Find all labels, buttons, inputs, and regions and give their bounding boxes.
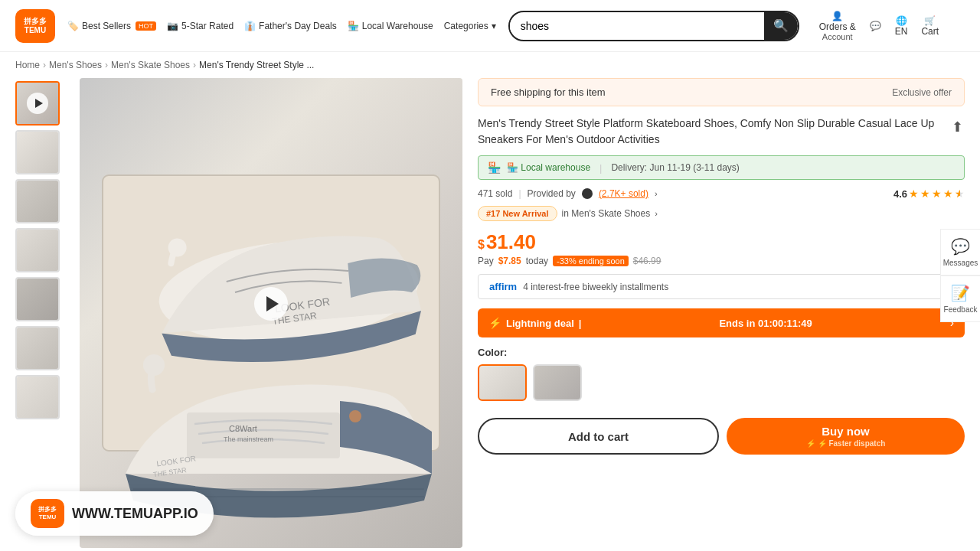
free-shipping-text: Free shipping for this item: [491, 86, 606, 98]
free-shipping-banner: Free shipping for this item Exclusive of…: [478, 78, 965, 106]
messages-button[interactable]: 💬 Messages: [940, 229, 980, 276]
lightning-deal-banner[interactable]: ⚡ Lightning deal | Ends in 01:00:11:49 ›: [478, 308, 965, 337]
local-warehouse-label: 🏪 Local warehouse: [507, 162, 590, 173]
search-bar: 🔍: [508, 11, 799, 41]
messages-icon: 💬: [951, 237, 970, 256]
video-play-button[interactable]: [254, 287, 288, 321]
feedback-icon: 📝: [951, 284, 970, 302]
thumb-play-icon: [27, 93, 48, 114]
breadcrumb-skate-shoes[interactable]: Men's Skate Shoes: [111, 60, 190, 70]
search-input[interactable]: [510, 20, 764, 32]
thumbnail-6[interactable]: [15, 326, 60, 370]
nav-fathers-day[interactable]: 👔 Father's Day Deals: [244, 21, 337, 31]
nav-five-star[interactable]: 📷 5-Star Rated: [167, 21, 234, 31]
warehouse-icon: 🏪: [488, 161, 501, 174]
messages-label: Messages: [943, 259, 978, 267]
nav-bar: 🏷️ Best Sellers HOT 📷 5-Star Rated 👔 Fat…: [67, 21, 496, 31]
star-rating: 4.6 ★ ★ ★ ★ ★★: [893, 187, 965, 200]
search-icon: 🔍: [773, 18, 789, 33]
stats-row: 471 sold | Provided by (2.7K+ sold) › 4.…: [478, 187, 965, 200]
nav-categories[interactable]: Categories ▾: [444, 21, 496, 31]
nav-best-sellers[interactable]: 🏷️ Best Sellers HOT: [67, 21, 156, 31]
lightning-deal-label: ⚡ Lightning deal |: [488, 317, 581, 329]
star-4: ★: [943, 187, 953, 200]
main-price: $ 31.40: [478, 230, 965, 254]
thumbnail-4[interactable]: [15, 228, 60, 272]
color-swatch-1[interactable]: [478, 364, 527, 401]
share-button[interactable]: ⬆: [950, 116, 965, 139]
provider-dot: [582, 188, 593, 199]
original-price: $46.99: [633, 256, 662, 266]
breadcrumb-mens-shoes[interactable]: Men's Shoes: [49, 60, 102, 70]
watermark-logo: 拼多多 TEMU: [31, 499, 64, 528]
star-1: ★: [909, 187, 919, 200]
badge-row: #17 New Arrival in Men's Skate Shoes ›: [478, 206, 965, 221]
color-options: [478, 364, 965, 401]
affirm-installments[interactable]: affirm 4 interest-free biweekly installm…: [478, 274, 965, 299]
breadcrumb: Home › Men's Shoes › Men's Skate Shoes ›…: [0, 52, 980, 78]
feedback-label: Feedback: [944, 305, 978, 314]
side-tools: 💬 Messages 📝 Feedback: [940, 229, 980, 322]
search-button[interactable]: 🔍: [764, 11, 798, 41]
price-section: $ 31.40 Pay $7.85 today -33% ending soon…: [478, 230, 965, 266]
rank-badge: #17 New Arrival: [478, 206, 557, 221]
color-label: Color:: [478, 347, 965, 358]
svg-text:C8Wart: C8Wart: [229, 424, 257, 433]
watermark-url: WWW.TEMUAPP.IO: [72, 506, 198, 522]
affirm-text: 4 interest-free biweekly installments: [523, 282, 668, 292]
sold-count: 471 sold: [478, 188, 512, 199]
orders-account-button[interactable]: 👤 Orders & Account: [819, 11, 856, 41]
thumbnail-3[interactable]: [15, 179, 60, 223]
svg-point-10: [143, 354, 165, 376]
watermark: 拼多多 TEMU WWW.TEMUAPP.IO: [15, 491, 214, 536]
cart-button[interactable]: 🛒 Cart: [921, 15, 939, 37]
chat-button[interactable]: 💬: [870, 21, 881, 31]
pay-today-amount: $7.85: [498, 256, 521, 266]
seller-link[interactable]: (2.7K+ sold): [599, 188, 648, 199]
language-selector[interactable]: 🌐 EN: [895, 15, 908, 37]
thumbnail-2[interactable]: [15, 130, 60, 174]
faster-dispatch-label: ⚡ ⚡ Faster dispatch: [806, 439, 886, 448]
product-info-panel: Free shipping for this item Exclusive of…: [478, 78, 965, 548]
action-buttons: Add to cart Buy now ⚡ ⚡ Faster dispatch: [478, 407, 965, 455]
star-3: ★: [932, 187, 942, 200]
product-title-row: Men's Trendy Street Style Platform Skate…: [478, 116, 965, 148]
main-product-image[interactable]: LOOK FOR THE STAR: [80, 78, 462, 548]
rank-category[interactable]: in Men's Skate Shoes: [562, 208, 651, 219]
thumbnail-7[interactable]: [15, 375, 60, 419]
star-5: ★★: [955, 187, 965, 200]
svg-point-11: [349, 410, 361, 422]
provided-by-label: Provided by: [528, 188, 576, 199]
feedback-button[interactable]: 📝 Feedback: [940, 276, 980, 322]
thumbnail-list: [15, 78, 64, 548]
lightning-icon: ⚡: [488, 317, 501, 329]
nav-local-warehouse[interactable]: 🏪 Local Warehouse: [348, 21, 433, 31]
breadcrumb-home[interactable]: Home: [15, 60, 40, 70]
buy-now-button[interactable]: Buy now ⚡ ⚡ Faster dispatch: [727, 418, 965, 455]
thumbnail-5[interactable]: [15, 277, 60, 321]
affirm-logo: affirm: [489, 281, 517, 292]
local-warehouse-bar: 🏪 🏪 Local warehouse | Delivery: Jun 11-1…: [478, 155, 965, 180]
breadcrumb-current: Men's Trendy Street Style ...: [199, 60, 314, 70]
color-swatch-2[interactable]: [533, 364, 582, 401]
delivery-date: Delivery: Jun 11-19 (3-11 days): [611, 162, 739, 173]
svg-text:The mainstream: The mainstream: [224, 435, 273, 443]
main-content: LOOK FOR THE STAR: [0, 78, 980, 548]
header-actions: 👤 Orders & Account 💬 🌐 EN 🛒 Cart: [819, 11, 939, 41]
color-section: Color:: [478, 347, 965, 407]
star-2: ★: [920, 187, 930, 200]
thumbnail-1[interactable]: [15, 81, 60, 126]
header: 拼多多 TEMU 🏷️ Best Sellers HOT 📷 5-Star Ra…: [0, 0, 980, 52]
product-title: Men's Trendy Street Style Platform Skate…: [478, 116, 944, 148]
add-to-cart-button[interactable]: Add to cart: [478, 418, 719, 455]
countdown-timer: Ends in 01:00:11:49: [719, 318, 812, 329]
logo[interactable]: 拼多多 TEMU: [15, 9, 55, 43]
pay-today-row: Pay $7.85 today -33% ending soon $46.99: [478, 256, 965, 266]
exclusive-offer-text: Exclusive offer: [892, 87, 952, 98]
discount-badge: -33% ending soon: [553, 256, 629, 266]
